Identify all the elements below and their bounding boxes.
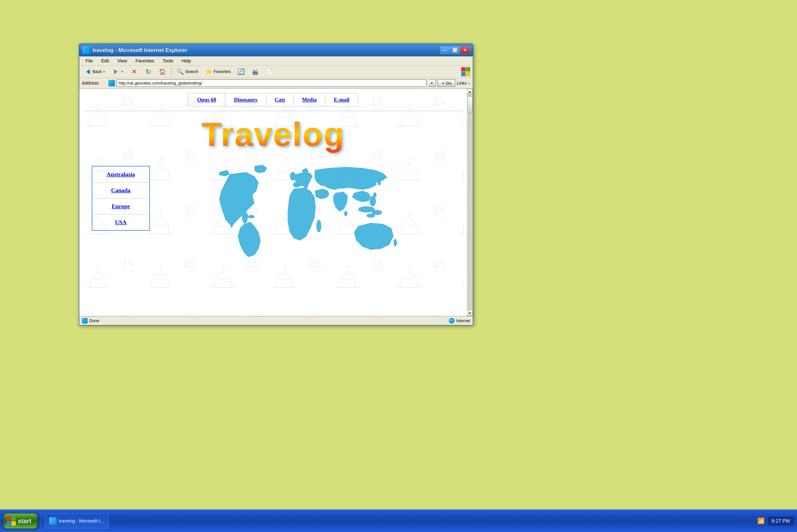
title-bar-left: 🌐 travelog - Microsoft Internet Explorer bbox=[83, 46, 187, 54]
go-button[interactable]: ➜ Go bbox=[437, 79, 455, 87]
stop-icon: ✕ bbox=[130, 68, 138, 75]
toolbar: Back ▼ ▼ ✕ ↻ 🏠 bbox=[79, 65, 473, 78]
address-input[interactable] bbox=[116, 79, 427, 87]
svg-point-3 bbox=[248, 215, 254, 218]
nav-link-media[interactable]: Media bbox=[294, 93, 325, 106]
refresh-icon: ↻ bbox=[144, 68, 152, 75]
search-icon: 🔍 bbox=[177, 68, 184, 75]
region-link-canada[interactable]: Canada bbox=[92, 183, 149, 198]
scrollbar: ▲ ▼ bbox=[467, 89, 473, 316]
go-arrow-icon: ➜ bbox=[441, 81, 445, 86]
edit-button[interactable]: 📄 bbox=[263, 67, 276, 77]
start-label: start bbox=[18, 517, 31, 525]
win-logo-red bbox=[7, 516, 11, 521]
desktop: 🌐 travelog - Microsoft Internet Explorer… bbox=[0, 0, 797, 532]
browser-content: 25 Opus 68 bbox=[79, 89, 473, 316]
scroll-track[interactable] bbox=[467, 95, 473, 310]
media-icon: 🔄 bbox=[237, 68, 245, 75]
taskbar: start travelog - Microsoft I... 📶 9:27 P… bbox=[0, 509, 797, 532]
region-link-europe[interactable]: Europe bbox=[92, 198, 149, 214]
links-button[interactable]: Links bbox=[457, 81, 467, 86]
web-page: 25 Opus 68 bbox=[79, 89, 467, 316]
status-icon: 🌐 bbox=[82, 318, 88, 324]
nav-cell-2: Cats bbox=[267, 93, 293, 106]
ie-windows-logo bbox=[461, 67, 470, 76]
windows-logo-icon bbox=[7, 516, 16, 526]
tray-network-icon: 📶 bbox=[757, 517, 765, 525]
page-title: Travelog bbox=[201, 115, 345, 153]
win-logo-blue bbox=[7, 521, 11, 526]
nav-link-cats[interactable]: Cats bbox=[267, 93, 293, 106]
nav-cell-1: Dinosaurs bbox=[225, 93, 267, 106]
svg-point-4 bbox=[290, 172, 296, 180]
minimize-button[interactable]: — bbox=[440, 46, 450, 54]
address-icon: 🌐 bbox=[108, 80, 115, 87]
favorites-icon: ⭐ bbox=[205, 68, 213, 75]
home-button[interactable]: 🏠 bbox=[156, 67, 168, 77]
history-icon: 🖨️ bbox=[252, 68, 259, 75]
back-dropdown-icon: ▼ bbox=[103, 70, 105, 73]
win-logo-green bbox=[12, 516, 16, 521]
maximize-button[interactable]: ⬜ bbox=[450, 46, 459, 54]
taskbar-ie-icon bbox=[49, 517, 57, 525]
menu-file[interactable]: File bbox=[82, 57, 96, 65]
title-buttons: — ⬜ ✕ bbox=[440, 46, 470, 54]
nav-link-dinosaurs[interactable]: Dinosaurs bbox=[225, 93, 266, 106]
taskbar-ie-label: travelog - Microsoft I... bbox=[59, 518, 104, 524]
win-logo-blue bbox=[461, 72, 466, 76]
back-icon bbox=[84, 68, 92, 75]
edit-icon: 📄 bbox=[266, 68, 273, 75]
taskbar-ie-item[interactable]: travelog - Microsoft I... bbox=[44, 514, 109, 529]
ie-icon: 🌐 bbox=[83, 46, 90, 54]
svg-point-11 bbox=[373, 192, 377, 197]
forward-button[interactable]: ▼ bbox=[110, 67, 126, 77]
close-button[interactable]: ✕ bbox=[460, 46, 470, 54]
nav-link-email[interactable]: E-mail bbox=[325, 93, 358, 106]
menu-tools[interactable]: Tools bbox=[159, 57, 177, 65]
svg-point-5 bbox=[316, 220, 321, 232]
search-button[interactable]: 🔍 Search bbox=[174, 67, 201, 77]
menu-help[interactable]: Help bbox=[178, 57, 195, 65]
status-zone: Internet bbox=[456, 319, 470, 323]
address-bar: Address 🌐 ▼ ➜ Go Links » bbox=[79, 78, 473, 89]
world-map-container bbox=[158, 162, 455, 265]
menu-view[interactable]: View bbox=[113, 57, 131, 65]
nav-link-opus68[interactable]: Opus 68 bbox=[188, 93, 225, 106]
taskbar-tray: 📶 9:27 PM bbox=[757, 516, 794, 526]
home-icon: 🏠 bbox=[159, 68, 166, 75]
menu-bar: File Edit View Favorites Tools Help bbox=[79, 56, 473, 65]
address-label: Address bbox=[82, 80, 107, 86]
scroll-thumb[interactable] bbox=[467, 97, 472, 113]
internet-icon bbox=[449, 318, 455, 324]
back-button[interactable]: Back ▼ bbox=[82, 67, 108, 77]
svg-point-9 bbox=[344, 211, 347, 216]
title-bar: 🌐 travelog - Microsoft Internet Explorer… bbox=[79, 44, 473, 56]
page-area[interactable]: 25 Opus 68 bbox=[79, 89, 467, 316]
nav-cell-4: E-mail bbox=[325, 93, 358, 106]
menu-edit[interactable]: Edit bbox=[97, 57, 113, 65]
stop-button[interactable]: ✕ bbox=[128, 67, 140, 77]
refresh-button[interactable]: ↻ bbox=[142, 67, 155, 77]
forward-arrow bbox=[114, 69, 118, 74]
nav-cell-0: Opus 68 bbox=[188, 93, 225, 106]
address-dropdown-button[interactable]: ▼ bbox=[429, 79, 436, 87]
nav-cell-3: Media bbox=[293, 93, 325, 106]
search-label: Search bbox=[185, 69, 198, 74]
world-map bbox=[213, 162, 400, 265]
links-expander-icon[interactable]: » bbox=[468, 81, 470, 86]
back-label: Back bbox=[93, 69, 102, 74]
favorites-label: Favorites bbox=[214, 69, 231, 74]
taskbar-sep bbox=[41, 514, 41, 528]
media-button[interactable]: 🔄 bbox=[235, 67, 248, 77]
region-link-usa[interactable]: USA bbox=[92, 214, 149, 230]
scroll-up-button[interactable]: ▲ bbox=[467, 89, 473, 95]
region-link-australasia[interactable]: Australasia bbox=[92, 167, 149, 183]
window-title: travelog - Microsoft Internet Explorer bbox=[93, 47, 187, 54]
start-button[interactable]: start bbox=[3, 513, 38, 529]
status-done: Done bbox=[89, 319, 99, 323]
menu-favorites[interactable]: Favorites bbox=[132, 57, 158, 65]
history-button[interactable]: 🖨️ bbox=[249, 67, 261, 77]
favorites-button[interactable]: ⭐ Favorites bbox=[203, 67, 233, 77]
scroll-down-button[interactable]: ▼ bbox=[467, 310, 473, 316]
ie-window: 🌐 travelog - Microsoft Internet Explorer… bbox=[79, 43, 473, 325]
